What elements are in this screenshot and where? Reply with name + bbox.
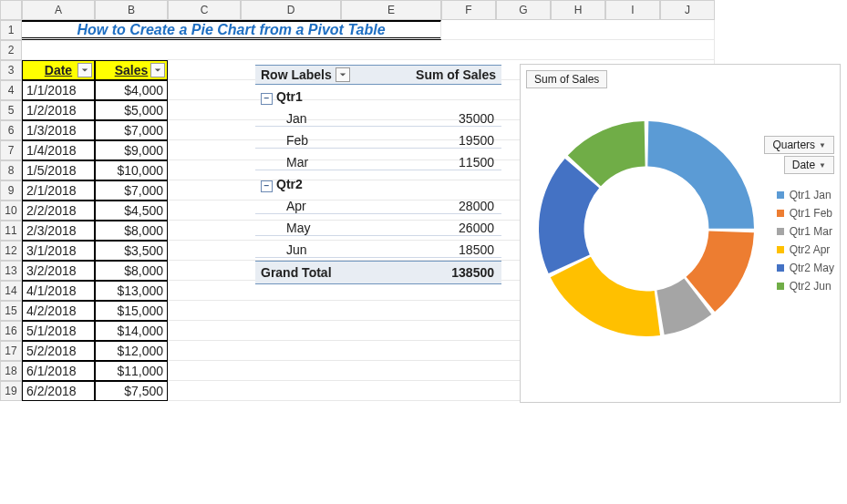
row-16[interactable]: 16 [0, 321, 22, 341]
legend-swatch [777, 191, 784, 199]
cell-sales[interactable]: $12,000 [95, 341, 168, 361]
cell-date[interactable]: 5/1/2018 [22, 321, 95, 341]
pivot-item-value: 11500 [381, 155, 501, 170]
cell-sales[interactable]: $7,000 [95, 120, 168, 140]
col-J[interactable]: J [660, 0, 715, 20]
cell-sales[interactable]: $13,000 [95, 281, 168, 301]
cell-date[interactable]: 4/2/2018 [22, 301, 95, 321]
donut-slice[interactable] [551, 257, 660, 336]
collapse-icon[interactable]: − [261, 180, 273, 192]
cell-sales[interactable]: $7,500 [95, 381, 168, 401]
pivot-item-label[interactable]: Feb [255, 133, 381, 149]
pivot-item-label[interactable]: Jun [255, 242, 381, 258]
col-F[interactable]: F [441, 0, 496, 20]
col-H[interactable]: H [551, 0, 605, 20]
cell-sales[interactable]: $7,000 [95, 180, 168, 201]
legend-swatch [777, 264, 784, 272]
filter-dropdown-icon[interactable] [150, 63, 165, 77]
cell-date[interactable]: 4/1/2018 [22, 281, 95, 301]
cell-date[interactable]: 2/3/2018 [22, 221, 95, 241]
row-3[interactable]: 3 [0, 60, 22, 80]
pivot-item-value: 35000 [381, 111, 501, 127]
pivot-group[interactable]: −Qtr2 [255, 177, 412, 192]
legend-label: Qtr2 May [790, 262, 834, 274]
pivot-item-label[interactable]: Apr [255, 199, 381, 214]
cell-date[interactable]: 1/5/2018 [22, 160, 95, 180]
filter-dropdown-icon[interactable] [77, 63, 92, 77]
cell-date[interactable]: 3/1/2018 [22, 241, 95, 261]
cell-date[interactable]: 6/1/2018 [22, 361, 95, 381]
legend-item[interactable]: Qtr2 Jun [777, 280, 834, 293]
cell-sales[interactable]: $8,000 [95, 221, 168, 241]
row-15[interactable]: 15 [0, 301, 22, 321]
row-10[interactable]: 10 [0, 201, 22, 221]
cell-sales[interactable]: $4,000 [95, 80, 168, 100]
cell-sales[interactable]: $15,000 [95, 301, 168, 321]
cell-date[interactable]: 1/1/2018 [22, 80, 95, 100]
cell-sales[interactable]: $4,500 [95, 201, 168, 221]
chart-quarters-button[interactable]: Quarters ▼ [764, 136, 834, 154]
row-12[interactable]: 12 [0, 241, 22, 261]
pivot-sum-header: Sum of Sales [390, 65, 501, 85]
cell-sales[interactable]: $11,000 [95, 361, 168, 381]
row-13[interactable]: 13 [0, 261, 22, 281]
chevron-down-icon: ▼ [819, 141, 826, 149]
donut-slice[interactable] [647, 121, 754, 229]
row-4[interactable]: 4 [0, 80, 22, 100]
cell-date[interactable]: 3/2/2018 [22, 261, 95, 281]
filter-dropdown-icon[interactable] [336, 67, 350, 82]
cell-date[interactable]: 6/2/2018 [22, 381, 95, 401]
legend-swatch [777, 210, 784, 217]
cell-sales[interactable]: $3,500 [95, 241, 168, 261]
row-19[interactable]: 19 [0, 381, 22, 401]
row-6[interactable]: 6 [0, 120, 22, 140]
row-2[interactable]: 2 [0, 40, 22, 60]
row-5[interactable]: 5 [0, 100, 22, 120]
row-14[interactable]: 14 [0, 281, 22, 301]
col-G[interactable]: G [496, 0, 551, 20]
cell-date[interactable]: 2/2/2018 [22, 201, 95, 221]
cell-date[interactable]: 1/3/2018 [22, 120, 95, 140]
cell-sales[interactable]: $14,000 [95, 321, 168, 341]
row-11[interactable]: 11 [0, 221, 22, 241]
header-sales[interactable]: Sales [95, 60, 168, 80]
collapse-icon[interactable]: − [261, 93, 273, 105]
chart-date-button[interactable]: Date ▼ [784, 156, 834, 174]
row-7[interactable]: 7 [0, 140, 22, 160]
legend-item[interactable]: Qtr2 Apr [777, 243, 834, 256]
legend-item[interactable]: Qtr1 Mar [777, 225, 834, 238]
row-1[interactable]: 1 [0, 20, 22, 40]
row-8[interactable]: 8 [0, 160, 22, 180]
legend-label: Qtr1 Mar [790, 225, 832, 238]
legend-item[interactable]: Qtr2 May [777, 262, 834, 274]
header-date[interactable]: Date [22, 60, 95, 80]
col-C[interactable]: C [168, 0, 241, 20]
cell-sales[interactable]: $9,000 [95, 140, 168, 160]
row-9[interactable]: 9 [0, 180, 22, 201]
pivot-chart[interactable]: Sum of Sales Quarters ▼ Date ▼ Qtr1 JanQ… [520, 64, 841, 403]
col-A[interactable]: A [22, 0, 95, 20]
pivot-grand-label: Grand Total [255, 265, 412, 280]
cell-sales[interactable]: $10,000 [95, 160, 168, 180]
pivot-item-label[interactable]: Mar [255, 155, 381, 170]
pivot-item-label[interactable]: May [255, 221, 381, 236]
col-I[interactable]: I [605, 0, 660, 20]
cell-date[interactable]: 5/2/2018 [22, 341, 95, 361]
legend-swatch [777, 283, 784, 290]
pivot-row-labels-header[interactable]: Row Labels [255, 65, 390, 85]
cell-date[interactable]: 1/4/2018 [22, 140, 95, 160]
col-D[interactable]: D [241, 0, 341, 20]
legend-item[interactable]: Qtr1 Feb [777, 207, 834, 220]
col-B[interactable]: B [95, 0, 168, 20]
col-E[interactable]: E [341, 0, 441, 20]
row-18[interactable]: 18 [0, 361, 22, 381]
pivot-item-label[interactable]: Jan [255, 111, 381, 127]
cell-sales[interactable]: $5,000 [95, 100, 168, 120]
cell-date[interactable]: 2/1/2018 [22, 180, 95, 201]
cell-date[interactable]: 1/2/2018 [22, 100, 95, 120]
cell-sales[interactable]: $8,000 [95, 261, 168, 281]
row-17[interactable]: 17 [0, 341, 22, 361]
pivot-group[interactable]: −Qtr1 [255, 89, 412, 105]
chart-value-field-button[interactable]: Sum of Sales [526, 70, 607, 88]
legend-item[interactable]: Qtr1 Jan [777, 189, 834, 201]
